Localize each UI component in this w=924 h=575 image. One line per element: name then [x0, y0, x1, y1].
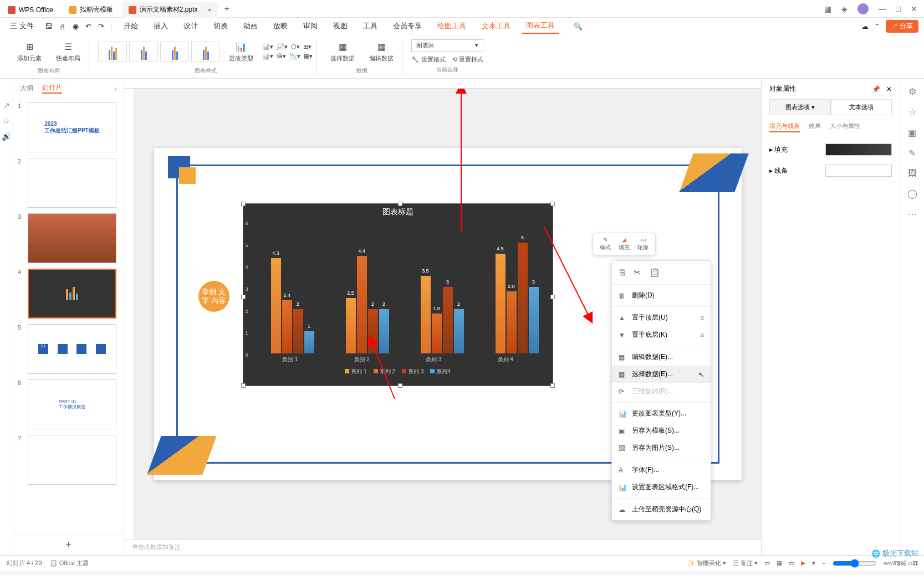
view-sorter-icon[interactable]: ▦ [777, 559, 782, 567]
chart-icon-5[interactable]: 📊▾ [262, 53, 273, 60]
slide-thumb-5[interactable]: 501 [18, 324, 119, 374]
zoom-slider[interactable] [833, 559, 877, 568]
star-icon[interactable]: ☆ [3, 116, 10, 125]
app-tab[interactable]: WPS Office [1, 2, 60, 18]
slide-thumb-2[interactable]: 2 [18, 158, 119, 208]
ctx-format-chart[interactable]: 📊设置图表区域格式(F)... [612, 479, 711, 496]
ctx-select-data[interactable]: ▦选择数据(E)...↖ [612, 366, 711, 383]
ctx-save-template[interactable]: ▣另存为模板(S)... [612, 422, 711, 439]
chart-style-gallery[interactable] [98, 42, 220, 61]
pin-icon[interactable]: 📌 [872, 85, 880, 93]
menu-design[interactable]: 设计 [179, 19, 202, 33]
float-outline-button[interactable]: ▭轮廓 [635, 235, 651, 253]
chart-icon-8[interactable]: ▦▾ [304, 53, 313, 60]
collapse-panel-icon[interactable]: ‹ [115, 85, 117, 93]
ctx-save-image[interactable]: 🖼另存为图片(S)... [612, 439, 711, 456]
slide-thumb-4[interactable]: 4 [18, 269, 119, 319]
change-type-button[interactable]: 📊 更改类型 [224, 38, 258, 65]
chart-icon-6[interactable]: 🏛▾ [277, 53, 286, 60]
view-normal-icon[interactable]: ▭ [764, 559, 770, 567]
chart-icon-1[interactable]: 📊▾ [262, 43, 273, 50]
slide-canvas[interactable]: 举例 文字 内容 图表标题 0123456 [134, 89, 761, 540]
add-slide-button[interactable]: + [13, 534, 124, 555]
menu-view[interactable]: 视图 [329, 19, 352, 33]
undo-icon[interactable]: ↶ [85, 22, 91, 30]
help-icon[interactable]: ◯ [907, 188, 917, 199]
menu-animation[interactable]: 动画 [239, 19, 262, 33]
edit-data-button[interactable]: ▦ 编辑数据 [365, 38, 398, 65]
menu-text-tools[interactable]: 文本工具 [477, 19, 515, 33]
set-format-button[interactable]: 🔧 设置格式 [411, 55, 445, 64]
zoom-out-icon[interactable]: − [822, 560, 825, 567]
slide-thumb-7[interactable]: 7 [18, 435, 119, 485]
menu-insert[interactable]: 插入 [149, 19, 172, 33]
menu-chart-tools[interactable]: 图表工具 [522, 18, 559, 34]
slide-thumb-6[interactable]: 6PART 01工作情况概述 [18, 379, 119, 429]
sound-icon[interactable]: 🔊 [2, 132, 11, 141]
menu-drawing-tools[interactable]: 绘图工具 [433, 19, 471, 33]
tab-dropdown-icon[interactable]: ▾ [208, 6, 211, 14]
ctx-edit-data[interactable]: ▦编辑数据(E)... [612, 348, 711, 366]
menu-member[interactable]: 会员专享 [389, 19, 426, 33]
style-thumb-1[interactable] [98, 42, 127, 61]
template-tab[interactable]: 找稻壳模板 [62, 2, 120, 18]
box-icon[interactable]: ▣ [908, 127, 916, 138]
redo-icon[interactable]: ↷ [98, 22, 104, 30]
collapse-ribbon-icon[interactable]: ⌃ [874, 22, 880, 30]
fill-color-select[interactable] [825, 143, 892, 156]
menu-review[interactable]: 审阅 [299, 19, 322, 33]
beautify-button[interactable]: ✨ 智能美化 ▾ [687, 559, 726, 567]
quick-layout-button[interactable]: ☰ 快速布局 [52, 38, 85, 65]
float-fill-button[interactable]: ◢填充 [616, 235, 632, 253]
view-reading-icon[interactable]: ▭ [789, 559, 794, 567]
float-style-button[interactable]: ✎样式 [598, 235, 613, 253]
minimize-button[interactable]: ― [879, 4, 886, 13]
save-icon[interactable]: 🖫 [45, 22, 52, 30]
image-panel-icon[interactable]: 🖼 [908, 168, 917, 178]
slide-tab-slides[interactable]: 幻灯片 [42, 83, 62, 94]
share-button[interactable]: ↗ 分享 [886, 20, 918, 33]
avatar[interactable] [857, 3, 869, 14]
line-color-select[interactable] [825, 165, 892, 177]
file-tab[interactable]: 演示文稿素材2.pptx ▾ [122, 2, 218, 18]
settings-icon[interactable]: ⚙ [908, 86, 916, 97]
maximize-button[interactable]: □ [896, 4, 901, 13]
ctx-send-back[interactable]: ▼置于底层(K)≡ [612, 326, 711, 343]
menu-transition[interactable]: 切换 [209, 19, 232, 33]
paste-icon[interactable]: 📋 [650, 268, 660, 278]
slide-tab-outline[interactable]: 大纲 [20, 84, 33, 93]
menu-slideshow[interactable]: 放映 [269, 19, 292, 33]
reset-style-button[interactable]: ⟲ 重置样式 [452, 55, 483, 64]
slide-list[interactable]: 12023工作总结汇报PPT模板 2 3 4 501 6PART 01工作情况概… [13, 98, 124, 534]
style-thumb-2[interactable] [129, 42, 158, 61]
ctx-upload-resource[interactable]: ☁上传至稻壳资源中心(Q) [612, 501, 711, 518]
favorite-icon[interactable]: ☆ [908, 107, 916, 117]
chart-icon-2[interactable]: 📈▾ [277, 43, 288, 50]
slide-thumb-3[interactable]: 3 [18, 213, 119, 263]
ctx-delete[interactable]: 🗑删除(D) [612, 287, 711, 304]
ctx-bring-front[interactable]: ▲置于顶层(U)≡ [612, 309, 711, 326]
search-icon[interactable]: 🔍 [574, 22, 583, 30]
menu-tools[interactable]: 工具 [359, 19, 382, 33]
chart-object[interactable]: 图表标题 0123456 4.3 2.4 2 1 [243, 203, 553, 386]
ctx-font[interactable]: A字体(F)... [612, 461, 711, 479]
view-menu-icon[interactable]: ▾ [812, 559, 815, 567]
preview-icon[interactable]: ◉ [73, 22, 79, 30]
style-thumb-3[interactable] [160, 42, 189, 61]
style-thumb-4[interactable] [191, 42, 220, 61]
subtab-fill-line[interactable]: 填充与线条 [769, 122, 800, 132]
grid-icon[interactable]: ▦ [824, 4, 831, 13]
print-icon[interactable]: 🖨 [59, 22, 66, 30]
notes-toggle[interactable]: 三 备注 ▾ [733, 559, 758, 567]
cube-icon[interactable]: ◈ [841, 4, 848, 13]
ctx-change-chart-type[interactable]: 📊更改图表类型(Y)... [612, 405, 711, 422]
close-panel-icon[interactable]: ✕ [886, 85, 892, 93]
view-slideshow-icon[interactable]: ▶ [801, 559, 805, 567]
subtab-size[interactable]: 大小与属性 [830, 122, 860, 132]
select-data-button[interactable]: ▦ 选择数据 [326, 38, 359, 65]
copy-icon[interactable]: ⎘ [620, 268, 625, 278]
subtab-effect[interactable]: 效果 [809, 122, 821, 132]
cut-icon[interactable]: ✂ [634, 268, 641, 278]
tool-icon[interactable]: ✎ [908, 148, 916, 158]
slide-thumb-1[interactable]: 12023工作总结汇报PPT模板 [18, 102, 119, 152]
